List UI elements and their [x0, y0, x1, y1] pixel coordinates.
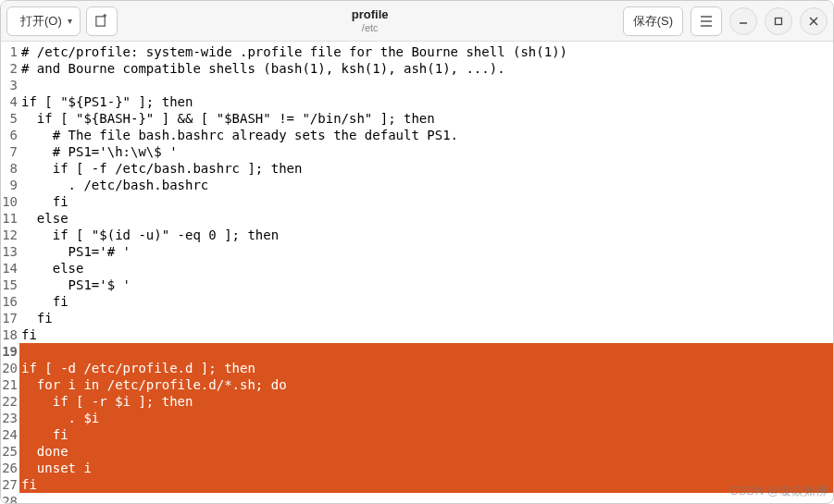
- line-number: 5: [1, 110, 19, 127]
- svg-rect-7: [776, 18, 782, 24]
- line-number: 8: [1, 160, 19, 177]
- code-text: fi: [19, 293, 833, 310]
- code-line[interactable]: 11 else: [1, 210, 833, 227]
- save-button[interactable]: 保存(S): [623, 6, 683, 36]
- line-number: 19: [1, 343, 19, 360]
- code-line[interactable]: 24 fi: [1, 426, 833, 443]
- hamburger-icon: [700, 16, 713, 27]
- code-text: # and Bourne compatible shells (bash(1),…: [19, 60, 833, 77]
- line-number: 2: [1, 60, 19, 77]
- line-number: 16: [1, 293, 19, 310]
- line-number: 14: [1, 260, 19, 277]
- line-number: 22: [1, 393, 19, 410]
- line-number: 23: [1, 410, 19, 426]
- code-text: if [ "${PS1-}" ]; then: [19, 93, 833, 110]
- code-line[interactable]: 15 PS1='$ ': [1, 277, 833, 293]
- code-line[interactable]: 2# and Bourne compatible shells (bash(1)…: [1, 60, 833, 77]
- code-line[interactable]: 16 fi: [1, 293, 833, 310]
- chevron-down-icon: ▾: [68, 16, 72, 26]
- line-number: 13: [1, 243, 19, 260]
- minimize-button[interactable]: [729, 7, 757, 35]
- code-text: fi: [19, 326, 833, 343]
- code-line[interactable]: 10 fi: [1, 193, 833, 210]
- code-line[interactable]: 22 if [ -r $i ]; then: [1, 393, 833, 410]
- open-button-label: 打开(O): [20, 13, 62, 30]
- code-text: # /etc/profile: system-wide .profile fil…: [19, 43, 833, 60]
- code-line[interactable]: 28: [1, 493, 833, 503]
- code-text: PS1='# ': [19, 243, 833, 260]
- code-line[interactable]: 25 done: [1, 443, 833, 460]
- code-line[interactable]: 8 if [ -f /etc/bash.bashrc ]; then: [1, 160, 833, 177]
- code-text: [19, 493, 833, 503]
- code-line[interactable]: 3: [1, 77, 833, 93]
- close-button[interactable]: [800, 7, 828, 35]
- line-number: 27: [1, 476, 19, 493]
- code-line[interactable]: 14 else: [1, 260, 833, 277]
- code-line[interactable]: 5 if [ "${BASH-}" ] && [ "$BASH" != "/bi…: [1, 110, 833, 127]
- line-number: 20: [1, 360, 19, 376]
- code-editor[interactable]: 1# /etc/profile: system-wide .profile fi…: [1, 42, 833, 503]
- code-text: # The file bash.bashrc already sets the …: [19, 127, 833, 143]
- code-text: . /etc/bash.bashrc: [19, 177, 833, 193]
- menu-button[interactable]: [691, 6, 722, 36]
- code-line[interactable]: 18fi: [1, 326, 833, 343]
- code-line[interactable]: 21 for i in /etc/profile.d/*.sh; do: [1, 376, 833, 393]
- code-text: else: [19, 210, 833, 227]
- svg-rect-0: [96, 17, 105, 26]
- code-text: else: [19, 260, 833, 277]
- line-number: 24: [1, 426, 19, 443]
- line-number: 15: [1, 277, 19, 293]
- code-line[interactable]: 6 # The file bash.bashrc already sets th…: [1, 127, 833, 143]
- code-text: fi: [19, 193, 833, 210]
- code-text: unset i: [19, 460, 833, 476]
- code-line[interactable]: 7 # PS1='\h:\w\$ ': [1, 143, 833, 160]
- maximize-icon: [773, 16, 784, 27]
- code-line[interactable]: 23 . $i: [1, 410, 833, 426]
- line-number: 3: [1, 77, 19, 93]
- title-area: profile /etc: [123, 8, 617, 34]
- code-line[interactable]: 4if [ "${PS1-}" ]; then: [1, 93, 833, 110]
- code-line[interactable]: 17 fi: [1, 310, 833, 326]
- line-number: 1: [1, 43, 19, 60]
- code-text: fi: [19, 476, 833, 493]
- code-text: . $i: [19, 410, 833, 426]
- code-line[interactable]: 12 if [ "$(id -u)" -eq 0 ]; then: [1, 227, 833, 243]
- code-text: for i in /etc/profile.d/*.sh; do: [19, 376, 833, 393]
- minimize-icon: [738, 16, 749, 27]
- code-line[interactable]: 20if [ -d /etc/profile.d ]; then: [1, 360, 833, 376]
- code-text: # PS1='\h:\w\$ ': [19, 143, 833, 160]
- code-line[interactable]: 13 PS1='# ': [1, 243, 833, 260]
- code-text: if [ -f /etc/bash.bashrc ]; then: [19, 160, 833, 177]
- line-number: 25: [1, 443, 19, 460]
- save-button-label: 保存(S): [633, 13, 673, 30]
- line-number: 7: [1, 143, 19, 160]
- line-number: 18: [1, 326, 19, 343]
- maximize-button[interactable]: [765, 7, 792, 35]
- open-button[interactable]: 打开(O) ▾: [6, 6, 81, 36]
- line-number: 28: [1, 493, 19, 503]
- new-tab-icon: [94, 14, 108, 28]
- code-text: if [ -r $i ]; then: [19, 393, 833, 410]
- code-line[interactable]: 19: [1, 343, 833, 360]
- line-number: 4: [1, 93, 19, 110]
- window-title: profile: [123, 8, 617, 22]
- line-number: 21: [1, 376, 19, 393]
- code-line[interactable]: 27fi: [1, 476, 833, 493]
- code-text: [19, 77, 833, 93]
- line-number: 26: [1, 460, 19, 476]
- code-text: done: [19, 443, 833, 460]
- line-number: 17: [1, 310, 19, 326]
- window-subtitle: /etc: [123, 22, 617, 34]
- code-line[interactable]: 9 . /etc/bash.bashrc: [1, 177, 833, 193]
- new-tab-button[interactable]: [86, 6, 118, 36]
- code-line[interactable]: 1# /etc/profile: system-wide .profile fi…: [1, 43, 833, 60]
- titlebar: 打开(O) ▾ profile /etc 保存(S): [1, 1, 833, 42]
- line-number: 9: [1, 177, 19, 193]
- code-text: [19, 343, 833, 360]
- code-line[interactable]: 26 unset i: [1, 460, 833, 476]
- line-number: 11: [1, 210, 19, 227]
- code-text: PS1='$ ': [19, 277, 833, 293]
- code-text: fi: [19, 426, 833, 443]
- code-text: if [ "$(id -u)" -eq 0 ]; then: [19, 227, 833, 243]
- line-number: 10: [1, 193, 19, 210]
